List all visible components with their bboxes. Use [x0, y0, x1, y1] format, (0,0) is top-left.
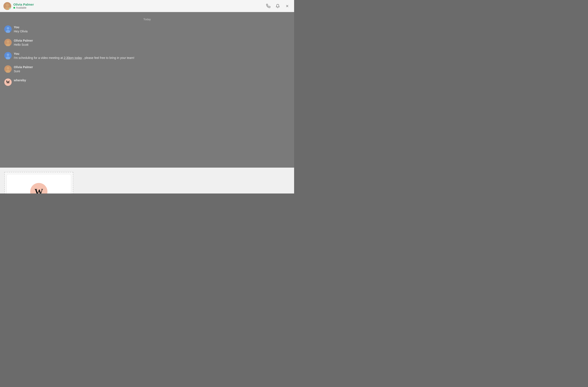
message-row: Olivia Palmer Hello Scott [4, 39, 290, 47]
chat-header: Olivia Palmer Available [0, 0, 294, 12]
svg-point-6 [7, 27, 9, 30]
message-sender: You [14, 52, 134, 55]
date-divider: Today [4, 17, 290, 21]
svg-point-12 [7, 53, 9, 56]
avatar [4, 39, 12, 46]
avatar [4, 52, 12, 59]
online-dot [13, 7, 15, 9]
message-sender: whereby [14, 79, 26, 82]
message-text: I'm scheduling for a video meeting at 2:… [14, 56, 134, 60]
svg-point-15 [7, 67, 9, 69]
message-sender: You [14, 25, 28, 29]
message-text: Hey Olivia [14, 29, 28, 34]
status-indicator [9, 8, 11, 10]
svg-text:W: W [6, 80, 10, 84]
phone-button[interactable] [265, 2, 272, 9]
svg-point-1 [6, 4, 9, 7]
contact-status: Available [13, 6, 34, 9]
avatar [4, 25, 12, 33]
message-text: Sure [14, 69, 33, 74]
contact-name: Olivia Palmer [13, 2, 34, 6]
message-text: Hello Scott [14, 43, 33, 47]
message-group: Olivia Palmer Sure [4, 65, 290, 74]
whereby-card: W Join whereby Catch up with Olivia's te… [6, 174, 71, 194]
svg-point-9 [7, 40, 9, 43]
message-content: Olivia Palmer Sure [14, 65, 33, 74]
avatar: W [4, 79, 12, 86]
header-action-buttons [265, 2, 291, 9]
message-row: W whereby [4, 79, 290, 86]
whereby-logo: W [30, 183, 47, 194]
status-text: Available [16, 6, 26, 9]
message-group: You I'm scheduling for a video meeting a… [4, 52, 290, 61]
header-user-info: Olivia Palmer Available [3, 2, 34, 10]
chat-messages-area: Today You Hey Olivia [0, 12, 294, 168]
message-row: You I'm scheduling for a video meeting a… [4, 52, 290, 60]
message-sender: Olivia Palmer [14, 39, 33, 42]
whereby-embed-section: W Join whereby Catch up with Olivia's te… [0, 168, 294, 194]
message-row: You Hey Olivia [4, 25, 290, 34]
avatar [3, 2, 11, 10]
message-row: Olivia Palmer Sure [4, 65, 290, 74]
message-group: You Hey Olivia [4, 25, 290, 35]
message-content: Olivia Palmer Hello Scott [14, 39, 33, 47]
message-content: whereby [14, 79, 26, 82]
whereby-logo-letter: W [35, 187, 43, 194]
message-content: You I'm scheduling for a video meeting a… [14, 52, 134, 60]
avatar [4, 65, 12, 73]
user-details: Olivia Palmer Available [13, 2, 34, 9]
whereby-card-container: W Join whereby Catch up with Olivia's te… [4, 172, 73, 194]
message-content: You Hey Olivia [14, 25, 28, 34]
message-sender: Olivia Palmer [14, 65, 33, 69]
message-group: W whereby [4, 79, 290, 87]
notifications-button[interactable] [274, 2, 281, 9]
close-button[interactable] [284, 2, 291, 9]
time-reference: 2:30pm today [63, 56, 82, 60]
date-label: Today [142, 17, 153, 21]
message-group: Olivia Palmer Hello Scott [4, 39, 290, 48]
